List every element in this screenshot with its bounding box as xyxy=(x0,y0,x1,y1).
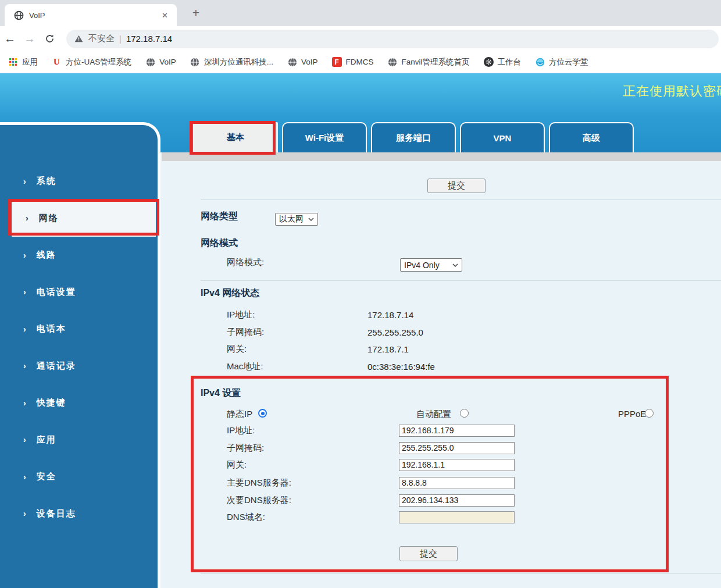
browser-chrome: VoIP ✕ + ← → 不安全 | 172.18.7.14 应用 U 方位-U… xyxy=(0,0,721,73)
address-separator: | xyxy=(119,34,122,44)
bookmark-label: 工作台 xyxy=(498,57,522,67)
browser-toolbar: ← → 不安全 | 172.18.7.14 xyxy=(0,26,721,51)
network-mode-select[interactable]: IPv4 Only xyxy=(400,258,462,272)
bookmark-label: 方位-UAS管理系统 xyxy=(66,57,131,67)
ipv4-settings-title: IPv4 设置 xyxy=(201,387,241,400)
sidebar-item-network[interactable]: › 网络 xyxy=(12,200,156,237)
static-ip-radio[interactable] xyxy=(258,409,267,418)
gear-icon xyxy=(484,57,494,67)
divider xyxy=(201,573,721,574)
sidebar-item-label: 应用 xyxy=(37,434,56,446)
primary-dns-field-label: 主要DNS服务器: xyxy=(227,477,399,489)
sidebar-item-label: 电话本 xyxy=(37,323,66,334)
tab-underline-strip xyxy=(162,152,721,161)
form-row: DNS域名: xyxy=(227,511,515,523)
secondary-dns-input[interactable] xyxy=(399,494,515,507)
sidebar-item-system[interactable]: › 系统 xyxy=(0,163,158,200)
tab-basic[interactable]: 基本 xyxy=(193,122,278,152)
form-row: IP地址: xyxy=(227,424,515,437)
primary-dns-input[interactable] xyxy=(399,477,515,489)
sidebar-item-security[interactable]: › 安全 xyxy=(0,458,158,496)
voip-config-page: 正在使用默认密码 › 系统 › 网络 › 线路 › 电话设置 › 电话本 › 通… xyxy=(0,73,721,588)
browser-tab[interactable]: VoIP ✕ xyxy=(5,4,177,26)
sidebar-item-label: 设备日志 xyxy=(37,508,76,519)
dhcp-label: 自动配置 xyxy=(416,409,451,420)
chevron-right-icon: › xyxy=(23,509,27,518)
chevron-down-icon xyxy=(452,263,458,267)
bookmark-cloud-school[interactable]: 方位云学堂 xyxy=(535,57,588,67)
sidebar-item-label: 网络 xyxy=(39,213,59,224)
status-row: IP地址: 172.18.7.14 xyxy=(227,308,413,321)
static-ip-label: 静态IP xyxy=(227,409,252,420)
subnet-mask-field-label: 子网掩码: xyxy=(227,443,399,454)
subnet-mask-value: 255.255.255.0 xyxy=(367,327,423,337)
chevron-down-icon xyxy=(308,218,314,221)
sidebar-item-label: 线路 xyxy=(37,250,56,261)
bookmark-label: VoIP xyxy=(159,58,176,66)
status-row: 子网掩码: 255.255.255.0 xyxy=(227,326,423,338)
sidebar-item-device-log[interactable]: › 设备日志 xyxy=(0,496,158,533)
pppoe-label: PPPoE xyxy=(618,409,646,419)
chevron-right-icon: › xyxy=(23,287,27,297)
apps-grid-icon xyxy=(8,57,18,67)
bookmark-label: VoIP xyxy=(301,58,318,66)
tab-close-icon[interactable]: ✕ xyxy=(159,10,171,21)
sidebar-item-label: 电话设置 xyxy=(37,287,76,298)
submit-bottom-button[interactable]: 提交 xyxy=(399,546,458,561)
ip-address-input[interactable] xyxy=(399,425,515,437)
divider xyxy=(201,280,721,281)
gateway-label: 网关: xyxy=(227,344,367,355)
address-bar[interactable]: 不安全 | 172.18.7.14 xyxy=(66,30,719,48)
globe-icon xyxy=(287,57,297,67)
form-row: 子网掩码: xyxy=(227,441,515,454)
form-row: 次要DNS服务器: xyxy=(227,494,515,507)
bookmark-voip-1[interactable]: VoIP xyxy=(145,57,176,67)
gateway-input[interactable] xyxy=(399,459,515,471)
new-tab-button[interactable]: + xyxy=(187,5,205,22)
sidebar: › 系统 › 网络 › 线路 › 电话设置 › 电话本 › 通话记录 › 快捷键… xyxy=(0,122,160,588)
tab-advanced[interactable]: 高级 xyxy=(549,122,634,152)
status-row: 网关: 172.18.7.1 xyxy=(227,343,409,355)
sidebar-item-application[interactable]: › 应用 xyxy=(0,422,158,459)
sidebar-item-function-key[interactable]: › 快捷键 xyxy=(0,384,158,422)
forward-icon[interactable]: → xyxy=(20,32,40,45)
sidebar-item-line[interactable]: › 线路 xyxy=(0,237,158,274)
ip-address-label: IP地址: xyxy=(227,309,367,320)
bookmark-fdmcs[interactable]: F FDMCS xyxy=(332,57,374,67)
dns-domain-input[interactable] xyxy=(399,511,515,523)
pppoe-radio[interactable] xyxy=(645,409,654,418)
bookmark-workbench[interactable]: 工作台 xyxy=(484,57,522,67)
gateway-value: 172.18.7.1 xyxy=(367,344,409,354)
tab-service-port[interactable]: 服务端口 xyxy=(371,122,456,152)
annotation-box-ipv4-settings xyxy=(191,376,669,572)
back-icon[interactable]: ← xyxy=(0,32,20,45)
globe-icon xyxy=(190,57,200,67)
globe-favicon-icon xyxy=(14,10,24,20)
bookmark-uas[interactable]: U 方位-UAS管理系统 xyxy=(52,57,131,67)
subnet-mask-input[interactable] xyxy=(399,442,515,454)
tab-vpn[interactable]: VPN xyxy=(460,122,545,152)
bookmark-szfangwei[interactable]: 深圳方位通讯科技... xyxy=(190,57,273,67)
bookmarks-bar: 应用 U 方位-UAS管理系统 VoIP 深圳方位通讯科技... VoIP F xyxy=(0,51,721,73)
bookmark-fanvil[interactable]: Fanvil管理系统首页 xyxy=(388,57,470,67)
tab-title: VoIP xyxy=(29,11,159,20)
sidebar-item-call-log[interactable]: › 通话记录 xyxy=(0,348,158,385)
sidebar-item-phonebook[interactable]: › 电话本 xyxy=(0,311,158,348)
tab-wifi-settings[interactable]: Wi-Fi设置 xyxy=(282,122,367,152)
form-row: 网关: xyxy=(227,458,515,471)
dhcp-radio[interactable] xyxy=(460,409,469,418)
subnet-mask-label: 子网掩码: xyxy=(227,327,367,338)
bookmark-apps[interactable]: 应用 xyxy=(8,57,38,67)
bookmark-label: FDMCS xyxy=(346,58,374,66)
not-secure-warning-icon xyxy=(74,35,83,42)
sidebar-item-phone-settings[interactable]: › 电话设置 xyxy=(0,274,158,311)
submit-top-button[interactable]: 提交 xyxy=(427,179,486,193)
sidebar-item-label: 安全 xyxy=(37,471,56,482)
bookmark-voip-2[interactable]: VoIP xyxy=(287,57,318,67)
u-icon: U xyxy=(52,57,62,67)
default-password-warning: 正在使用默认密码 xyxy=(623,83,721,100)
secondary-dns-field-label: 次要DNS服务器: xyxy=(227,495,399,506)
network-type-select[interactable]: 以太网 xyxy=(275,213,318,226)
divider xyxy=(201,199,721,200)
reload-icon[interactable] xyxy=(40,34,59,44)
